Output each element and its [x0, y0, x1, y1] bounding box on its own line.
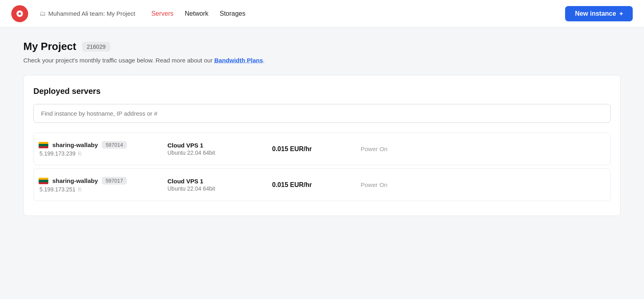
project-desc-prefix: Check your project's monthly traffic usa… [23, 57, 215, 64]
new-instance-plus-icon: + [619, 10, 623, 17]
breadcrumb[interactable]: 🗂 Muhammed Ali team: My Project [39, 10, 135, 17]
server-ip-row: 5.199.173.239 ⎘ [39, 150, 151, 157]
new-instance-button[interactable]: New instance + [565, 6, 633, 21]
server-ip-row: 5.199.173.251 ⎘ [39, 186, 151, 193]
server-identity: sharing-wallaby 597017 5.199.173.251 ⎘ [39, 177, 151, 193]
nav-item-storages[interactable]: Storages [220, 10, 246, 17]
section-title: Deployed servers [33, 87, 611, 96]
plan-name: Cloud VPS 1 [167, 178, 256, 185]
copy-icon[interactable]: ⎘ [78, 150, 81, 157]
server-plan: Cloud VPS 1 Ubuntu 22.04 64bit [167, 142, 256, 156]
table-row[interactable]: sharing-wallaby 597017 5.199.173.251 ⎘ C… [33, 168, 611, 201]
project-description: Check your project's monthly traffic usa… [23, 57, 621, 64]
server-price: 0.015 EUR/hr [272, 145, 345, 153]
server-identity: sharing-wallaby 597014 5.199.173.239 ⎘ [39, 141, 151, 157]
nav-item-servers[interactable]: Servers [151, 10, 173, 17]
project-desc-suffix: . [263, 57, 264, 64]
breadcrumb-text: Muhammed Ali team: My Project [48, 10, 135, 17]
server-name-row: sharing-wallaby 597017 [39, 177, 151, 185]
server-plan: Cloud VPS 1 Ubuntu 22.04 64bit [167, 178, 256, 192]
server-name: sharing-wallaby [52, 141, 98, 148]
deployed-servers-section: Deployed servers sharing-wallaby 597014 … [23, 75, 621, 216]
server-status: Power On [361, 145, 409, 152]
server-id-badge: 597014 [102, 141, 126, 149]
project-title-row: My Project 216029 [23, 40, 621, 53]
server-name: sharing-wallaby [52, 177, 98, 184]
table-row[interactable]: sharing-wallaby 597014 5.199.173.239 ⎘ C… [33, 133, 611, 165]
server-ip: 5.199.173.239 [39, 150, 76, 157]
server-status: Power On [361, 181, 409, 188]
plan-os: Ubuntu 22.04 64bit [167, 150, 256, 156]
logo[interactable] [11, 5, 28, 22]
server-id-badge: 597017 [102, 177, 126, 185]
svg-point-2 [19, 12, 21, 15]
main-content: My Project 216029 Check your project's m… [12, 27, 632, 216]
project-id-badge: 216029 [82, 42, 111, 52]
plan-os: Ubuntu 22.04 64bit [167, 185, 256, 192]
folder-icon: 🗂 [39, 10, 46, 17]
server-price: 0.015 EUR/hr [272, 181, 345, 189]
main-nav: Servers Network Storages [151, 10, 557, 17]
server-ip: 5.199.173.251 [39, 186, 76, 193]
project-title: My Project [23, 40, 76, 53]
main-header: 🗂 Muhammed Ali team: My Project Servers … [0, 0, 644, 27]
nav-item-network[interactable]: Network [185, 10, 208, 17]
search-input[interactable] [33, 104, 611, 123]
copy-icon[interactable]: ⎘ [78, 186, 81, 193]
flag-icon [39, 142, 48, 148]
plan-name: Cloud VPS 1 [167, 142, 256, 149]
server-name-row: sharing-wallaby 597014 [39, 141, 151, 149]
new-instance-label: New instance [575, 10, 616, 17]
flag-icon [39, 178, 48, 184]
server-list: sharing-wallaby 597014 5.199.173.239 ⎘ C… [33, 133, 611, 204]
bandwidth-plans-link[interactable]: Bandwidth Plans [215, 57, 263, 64]
